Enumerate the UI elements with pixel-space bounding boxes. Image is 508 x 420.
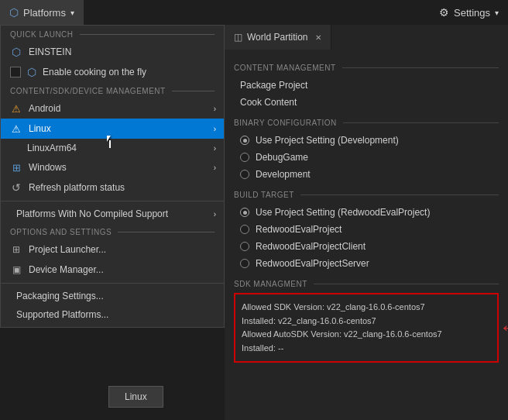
linux-label: Linux bbox=[29, 123, 51, 134]
sdk-info-box: Allowed SDK Version: v22_clang-16.0.6-ce… bbox=[234, 293, 499, 363]
refresh-icon: ↺ bbox=[10, 181, 22, 194]
linuxarm64-menu-item[interactable]: LinuxArm64 › bbox=[1, 139, 224, 157]
binary-config-label-0: Use Project Setting (Development) bbox=[256, 135, 399, 146]
enable-cooking-checkbox[interactable] bbox=[10, 67, 21, 77]
right-panel: Content Management Package Project Cook … bbox=[225, 50, 508, 420]
world-partition-tab-label: World Partition bbox=[247, 32, 307, 43]
windows-label: Windows bbox=[29, 162, 67, 173]
project-launcher-label: Project Launcher... bbox=[29, 244, 106, 255]
build-target-item-2[interactable]: RedwoodEvalProjectClient bbox=[234, 238, 499, 255]
project-launcher-menu-item[interactable]: ⊞ Project Launcher... bbox=[1, 239, 224, 260]
tab-bar: ◫ World Partition ✕ bbox=[225, 25, 508, 50]
cook-content-item[interactable]: Cook Content bbox=[234, 94, 499, 111]
device-manager-icon: ▣ bbox=[10, 263, 22, 276]
refresh-menu-item[interactable]: ↺ Refresh platform status bbox=[1, 177, 224, 198]
package-project-label: Package Project bbox=[240, 80, 307, 91]
quick-launch-section: Quick Launch bbox=[1, 26, 224, 42]
platforms-dropdown-arrow: ▾ bbox=[70, 9, 74, 17]
settings-dropdown-arrow: ▾ bbox=[495, 9, 499, 17]
supported-platforms-item[interactable]: Supported Platforms... bbox=[1, 305, 224, 324]
platforms-dropdown-menu: Quick Launch ⬡ EINSTEIN ⬡ Enable cooking… bbox=[0, 25, 225, 328]
radio-build-3[interactable] bbox=[240, 259, 249, 268]
build-target-label-0: Use Project Setting (RedwoodEvalProject) bbox=[256, 207, 430, 218]
no-compiled-menu-item[interactable]: Platforms With No Compiled Support › bbox=[1, 205, 224, 223]
android-icon: ⚠ bbox=[10, 102, 22, 115]
tab-close-button[interactable]: ✕ bbox=[315, 33, 321, 42]
packaging-settings-label: Packaging Settings... bbox=[16, 291, 104, 301]
linux-launch-button[interactable]: Linux bbox=[108, 386, 163, 408]
build-target-item-1[interactable]: RedwoodEvalProject bbox=[234, 221, 499, 238]
binary-config-item-1[interactable]: DebugGame bbox=[234, 149, 499, 166]
linux-button-container: Linux bbox=[108, 386, 163, 408]
sdk-installed-version: Installed: v22_clang-16.0.6-centos7 bbox=[242, 315, 491, 329]
windows-menu-item[interactable]: ⊞ Windows › bbox=[1, 157, 224, 177]
radio-build-0[interactable] bbox=[240, 208, 249, 217]
content-management-section-label: Content Management bbox=[234, 64, 499, 72]
linux-arrow-icon: › bbox=[214, 125, 216, 133]
sdk-management-section-label: SDK Managment bbox=[234, 280, 499, 288]
linuxarm64-label: LinuxArm64 bbox=[27, 143, 77, 153]
no-compiled-label: Platforms With No Compiled Support bbox=[16, 208, 168, 219]
project-launcher-icon: ⊞ bbox=[10, 243, 22, 256]
einstein-menu-item[interactable]: ⬡ EINSTEIN bbox=[1, 42, 224, 62]
einstein-label: EINSTEIN bbox=[29, 46, 71, 57]
settings-gear-icon: ⚙ bbox=[439, 6, 449, 19]
options-settings-section: Options and Settings bbox=[1, 223, 224, 239]
binary-config-label-2: Development bbox=[256, 169, 311, 180]
android-menu-item[interactable]: ⚠ Android › bbox=[1, 98, 224, 119]
supported-platforms-label: Supported Platforms... bbox=[16, 309, 108, 320]
refresh-label: Refresh platform status bbox=[29, 182, 125, 193]
platforms-label: Platforms bbox=[23, 7, 66, 19]
world-partition-tab-icon: ◫ bbox=[234, 32, 242, 43]
radio-binary-2[interactable] bbox=[240, 170, 249, 179]
sdk-allowed-autosdk: Allowed AutoSDK Version: v22_clang-16.0.… bbox=[242, 328, 491, 342]
binary-config-item-0[interactable]: Use Project Setting (Development) bbox=[234, 132, 499, 149]
menu-divider-1 bbox=[1, 201, 224, 201]
packaging-settings-item[interactable]: Packaging Settings... bbox=[1, 287, 224, 305]
binary-config-label-1: DebugGame bbox=[256, 152, 308, 163]
radio-binary-1[interactable] bbox=[240, 153, 249, 162]
android-arrow-icon: › bbox=[214, 105, 216, 113]
menu-divider-2 bbox=[1, 283, 224, 284]
world-partition-tab[interactable]: ◫ World Partition ✕ bbox=[225, 25, 331, 50]
windows-icon: ⊞ bbox=[10, 161, 22, 174]
build-target-label-1: RedwoodEvalProject bbox=[256, 224, 342, 235]
build-target-label-2: RedwoodEvalProjectClient bbox=[256, 241, 366, 252]
platforms-button[interactable]: ⬡ Platforms ▾ bbox=[0, 0, 84, 25]
enable-cooking-item[interactable]: ⬡ Enable cooking on the fly bbox=[1, 62, 224, 82]
linux-icon: ⚠ bbox=[10, 122, 22, 135]
radio-build-1[interactable] bbox=[240, 225, 249, 234]
device-manager-menu-item[interactable]: ▣ Device Manager... bbox=[1, 260, 224, 280]
einstein-icon: ⬡ bbox=[10, 46, 22, 58]
device-manager-label: Device Manager... bbox=[29, 264, 104, 275]
binary-config-section-label: Binary Configuration bbox=[234, 119, 499, 127]
settings-button[interactable]: ⚙ Settings ▾ bbox=[430, 0, 508, 25]
build-target-label-3: RedwoodEvalProjectServer bbox=[256, 258, 369, 269]
platforms-icon: ⬡ bbox=[9, 6, 19, 19]
android-label: Android bbox=[29, 103, 60, 114]
build-target-section-label: Build Target bbox=[234, 191, 499, 199]
enable-cooking-icon: ⬡ bbox=[27, 66, 36, 78]
build-target-item-3[interactable]: RedwoodEvalProjectServer bbox=[234, 255, 499, 272]
title-bar: ⬡ Platforms ▾ ⚙ Settings ▾ bbox=[0, 0, 508, 25]
sdk-installed-autosdk: Installed: -- bbox=[242, 342, 491, 356]
windows-arrow-icon: › bbox=[214, 164, 216, 172]
settings-label: Settings bbox=[454, 7, 490, 19]
enable-cooking-label: Enable cooking on the fly bbox=[43, 67, 146, 77]
content-sdk-section: Content/SDK/Device Management bbox=[1, 82, 224, 98]
package-project-item[interactable]: Package Project bbox=[234, 77, 499, 94]
sdk-arrow-indicator: ← bbox=[499, 315, 508, 340]
radio-build-2[interactable] bbox=[240, 242, 249, 251]
build-target-item-0[interactable]: Use Project Setting (RedwoodEvalProject) bbox=[234, 204, 499, 221]
no-compiled-arrow-icon: › bbox=[214, 210, 216, 219]
sdk-info-container: Allowed SDK Version: v22_clang-16.0.6-ce… bbox=[234, 293, 499, 363]
linux-menu-item[interactable]: ⚠ Linux › bbox=[1, 119, 224, 139]
binary-config-item-2[interactable]: Development bbox=[234, 166, 499, 183]
linuxarm64-arrow-icon: › bbox=[214, 144, 216, 153]
sdk-allowed-version: Allowed SDK Version: v22_clang-16.0.6-ce… bbox=[242, 301, 491, 315]
radio-binary-0[interactable] bbox=[240, 136, 249, 145]
cook-content-label: Cook Content bbox=[240, 97, 297, 108]
